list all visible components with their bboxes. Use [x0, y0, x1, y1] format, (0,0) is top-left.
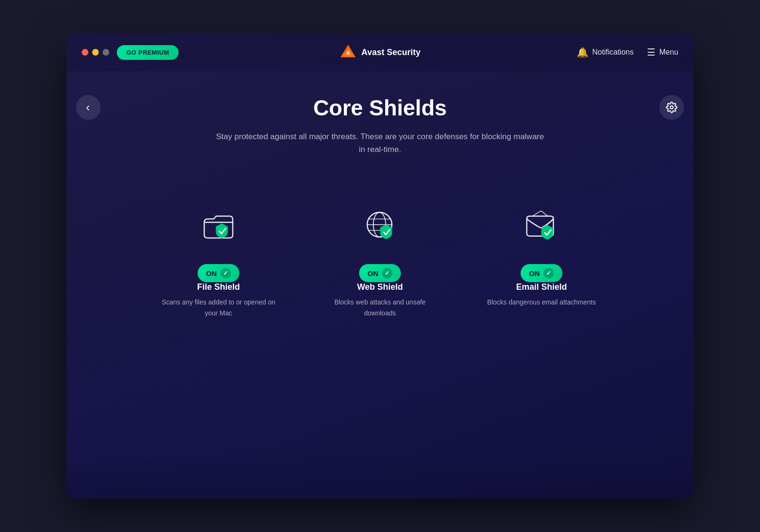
web-shield-toggle-label: ON: [368, 269, 379, 277]
bell-icon: 🔔: [577, 47, 589, 58]
web-shield-card: ON ✓ Web Shield Blocks web attacks and u…: [318, 203, 442, 318]
email-shield-toggle-label: ON: [529, 269, 540, 277]
email-shield-check-icon: ✓: [543, 268, 554, 278]
bottom-gradient-overlay: [66, 451, 694, 499]
email-shield-icon: [520, 206, 563, 248]
titlebar: GO PREMIUM a Avast Security 🔔 Notificati…: [66, 33, 694, 71]
email-shield-card: ON ✓ Email Shield Blocks dangerous email…: [480, 203, 603, 307]
notifications-button[interactable]: 🔔 Notifications: [577, 47, 634, 58]
settings-button[interactable]: [659, 95, 684, 120]
titlebar-left: GO PREMIUM: [82, 45, 179, 60]
close-button[interactable]: [82, 49, 88, 56]
file-shield-icon: [197, 206, 240, 248]
file-shield-check-icon: ✓: [220, 268, 231, 278]
menu-icon: ☰: [647, 47, 656, 58]
main-content: ‹ Core Shields Stay protected against al…: [66, 71, 694, 337]
page-title: Core Shields: [313, 95, 446, 121]
email-shield-toggle[interactable]: ON ✓: [521, 264, 563, 282]
titlebar-right: 🔔 Notifications ☰ Menu: [577, 47, 678, 58]
minimize-button[interactable]: [92, 49, 99, 56]
menu-label: Menu: [659, 48, 678, 57]
web-shield-name: Web Shield: [357, 282, 403, 292]
back-button[interactable]: ‹: [76, 95, 101, 120]
avast-logo-icon: a: [340, 44, 357, 61]
file-shield-toggle[interactable]: ON ✓: [198, 264, 240, 282]
fullscreen-button[interactable]: [103, 49, 109, 56]
web-shield-icon: [359, 206, 401, 248]
file-shield-card: ON ✓ File Shield Scans any files added t…: [157, 203, 280, 318]
app-window: GO PREMIUM a Avast Security 🔔 Notificati…: [66, 33, 694, 499]
email-shield-description: Blocks dangerous email attachments: [487, 297, 596, 307]
svg-text:a: a: [346, 49, 350, 56]
svg-point-3: [670, 106, 673, 109]
titlebar-center: a Avast Security: [340, 44, 420, 61]
gear-icon: [666, 102, 677, 113]
web-shield-icon-container: [356, 203, 404, 251]
email-shield-icon-container: [518, 203, 565, 251]
file-shield-icon-container: [195, 203, 242, 251]
email-shield-name: Email Shield: [516, 282, 567, 292]
page-subtitle: Stay protected against all major threats…: [214, 130, 546, 156]
back-icon: ‹: [86, 101, 90, 114]
app-title: Avast Security: [361, 48, 420, 57]
menu-button[interactable]: ☰ Menu: [647, 47, 678, 58]
file-shield-toggle-label: ON: [206, 269, 217, 277]
file-shield-name: File Shield: [197, 282, 240, 292]
web-shield-toggle[interactable]: ON ✓: [359, 264, 401, 282]
shields-grid: ON ✓ File Shield Scans any files added t…: [104, 203, 656, 318]
web-shield-check-icon: ✓: [382, 268, 392, 278]
notifications-label: Notifications: [592, 48, 634, 57]
go-premium-button[interactable]: GO PREMIUM: [117, 45, 179, 60]
file-shield-description: Scans any files added to or opened on yo…: [157, 297, 280, 318]
web-shield-description: Blocks web attacks and unsafe downloads: [318, 297, 442, 318]
traffic-lights: [82, 49, 109, 56]
